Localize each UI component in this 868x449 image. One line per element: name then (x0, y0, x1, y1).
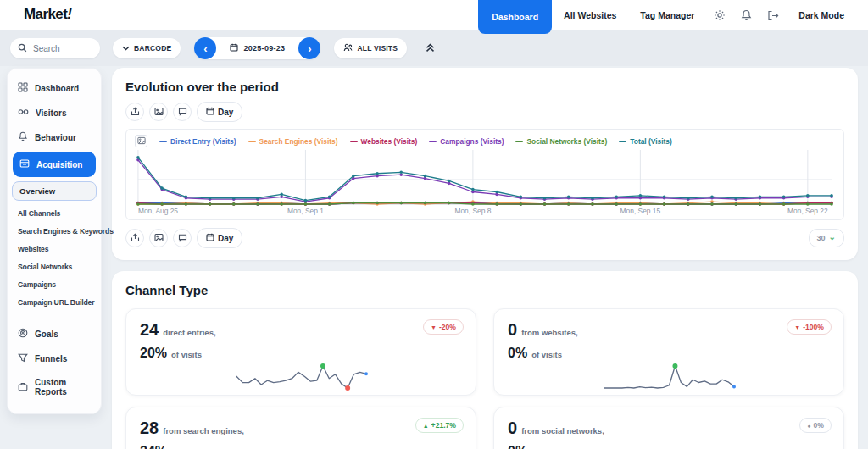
nav-tag-manager[interactable]: Tag Manager (628, 0, 706, 30)
filter-bar: BARCODE ‹ 2025-09-23 › ALL VISITS (0, 30, 868, 66)
export-button[interactable] (125, 103, 144, 121)
date-picker[interactable]: 2025-09-23 (216, 43, 298, 53)
sidebar-item-dashboard[interactable]: Dashboard (8, 75, 101, 101)
x-axis-label: Mon, Sep 22 (787, 207, 828, 215)
legend-label: Total (Visits) (630, 137, 671, 146)
legend-item[interactable]: Websites (Visits) (350, 137, 418, 146)
notifications-button[interactable] (733, 0, 760, 30)
legend-item[interactable]: Search Engines (Visits) (248, 137, 338, 146)
legend-dash-icon (248, 141, 256, 142)
export-image-button[interactable] (149, 229, 168, 247)
search-input[interactable] (31, 43, 96, 54)
channel-card-websites[interactable]: 0from websites, 0%of visits ▼-100% (493, 308, 844, 396)
sidebar-subitem-all-channels[interactable]: All Channels (18, 209, 91, 218)
legend-item[interactable]: Total (Visits) (619, 137, 671, 146)
target-icon (18, 328, 28, 340)
sidebar-item-custom-reports[interactable]: Custom Reports (8, 371, 101, 403)
row-limit-selector[interactable]: 30 ⌄ (809, 229, 844, 247)
channel-card-direct-entries[interactable]: 24direct entries, 20%of visits ▼-20% (125, 308, 476, 396)
trend-badge: ●0% (799, 418, 832, 433)
app-screen: Market! Dashboard All Websites Tag Manag… (0, 0, 868, 449)
logout-icon (767, 10, 779, 21)
sidebar-item-goals[interactable]: Goals (8, 321, 101, 346)
trend-arrow-icon: ● (807, 423, 810, 429)
legend-label: Search Engines (Visits) (259, 137, 338, 146)
top-nav: Dashboard All Websites Tag Manager Dark … (478, 0, 868, 30)
nav-dashboard[interactable]: Dashboard (478, 0, 552, 34)
channel-card-social-networks[interactable]: 0from social networks, 0%of visits ●0% (493, 407, 844, 449)
settings-button[interactable] (706, 0, 733, 30)
dark-mode-toggle[interactable]: Dark Mode (787, 0, 856, 30)
next-date-button[interactable]: › (298, 37, 320, 59)
visitors-icon (18, 108, 29, 118)
bell-icon (18, 131, 28, 143)
trend-arrow-icon: ▼ (794, 324, 800, 330)
legend-label: Websites (Visits) (361, 137, 418, 146)
trend-badge: ▲+21.7% (415, 418, 464, 433)
metric-value: 0 (508, 419, 517, 438)
legend-dash-icon (515, 141, 523, 142)
prev-date-button[interactable]: ‹ (194, 37, 216, 59)
x-axis-label: Mon, Sep 8 (454, 207, 491, 215)
calendar-icon (206, 233, 214, 243)
legend-item[interactable]: Social Networks (Visits) (515, 137, 607, 146)
briefcase-icon (18, 382, 28, 393)
sidebar-item-acquisition[interactable]: Acquisition (13, 152, 96, 177)
annotations-button[interactable] (173, 229, 192, 247)
calendar-icon (206, 107, 214, 117)
metric-value: 0 (508, 320, 517, 340)
sidebar-subitem-overview[interactable]: Overview (12, 181, 97, 201)
sidebar-subitem-social-networks[interactable]: Social Networks (18, 263, 91, 271)
sidebar-item-funnels[interactable]: Funnels (8, 346, 101, 371)
segment-selector[interactable]: ALL VISITS (334, 38, 407, 58)
app-logo: Market! (24, 6, 71, 23)
main-content: Evolution over the period Day Direct Ent… (112, 68, 858, 449)
evolution-line-chart[interactable] (135, 150, 835, 206)
chart-image-export-button[interactable] (135, 135, 147, 147)
legend-dash-icon (429, 141, 437, 142)
logout-button[interactable] (760, 0, 787, 30)
export-image-button[interactable] (149, 103, 168, 121)
date-navigator: ‹ 2025-09-23 › (194, 37, 320, 59)
period-selector[interactable]: Day (197, 102, 242, 122)
legend-label: Direct Entry (Visits) (170, 137, 236, 146)
legend-dash-icon (350, 141, 358, 142)
metric-value: 24 (140, 320, 159, 340)
legend-label: Campaigns (Visits) (440, 137, 504, 146)
annotations-button[interactable] (173, 103, 192, 121)
site-selector[interactable]: BARCODE (113, 38, 181, 58)
legend-item[interactable]: Campaigns (Visits) (429, 137, 504, 146)
dashboard-grid-icon (18, 82, 28, 94)
sparkline-chart (231, 358, 371, 392)
metric-label: from websites, (521, 328, 578, 337)
date-value: 2025-09-23 (243, 44, 285, 53)
channel-card-search-engines[interactable]: 28from search engines, 24%of visits ▲+21… (125, 407, 476, 449)
sidebar-subitem-websites[interactable]: Websites (18, 245, 91, 253)
evolution-toolbar-bottom: Day 30 ⌄ (125, 228, 844, 248)
x-axis-label: Mon, Sep 1 (287, 207, 324, 215)
acquisition-icon (19, 158, 30, 170)
channel-type-card: Channel Type 24direct entries, 20%of vis… (112, 271, 858, 449)
metric-percent: 0% (508, 444, 527, 449)
period-selector[interactable]: Day (197, 228, 242, 248)
sidebar-subitem-search-engines[interactable]: Search Engines & Keywords (18, 227, 91, 236)
sidebar-item-behaviour[interactable]: Behaviour (8, 125, 101, 150)
speech-bubble-icon (178, 232, 187, 245)
metric-label: from search engines, (163, 426, 244, 435)
sidebar-subitem-campaign-url-builder[interactable]: Campaign URL Builder (18, 298, 91, 307)
export-button[interactable] (125, 229, 144, 247)
trend-badge: ▼-20% (423, 319, 464, 335)
legend-item[interactable]: Direct Entry (Visits) (159, 137, 236, 146)
trend-arrow-icon: ▲ (423, 423, 429, 429)
sidebar-item-visitors[interactable]: Visitors (8, 101, 101, 125)
image-icon (154, 232, 164, 245)
speech-bubble-icon (178, 106, 187, 119)
metric-percent: 24% (140, 444, 167, 449)
double-chevron-up-icon (426, 42, 435, 55)
sidebar-subitem-campaigns[interactable]: Campaigns (18, 280, 91, 289)
collapse-header-button[interactable] (422, 39, 438, 58)
funnel-icon (18, 353, 28, 364)
evolution-card: Evolution over the period Day Direct Ent… (112, 68, 858, 260)
chart-legend: Direct Entry (Visits)Search Engines (Vis… (159, 137, 672, 146)
nav-all-websites[interactable]: All Websites (552, 0, 628, 30)
